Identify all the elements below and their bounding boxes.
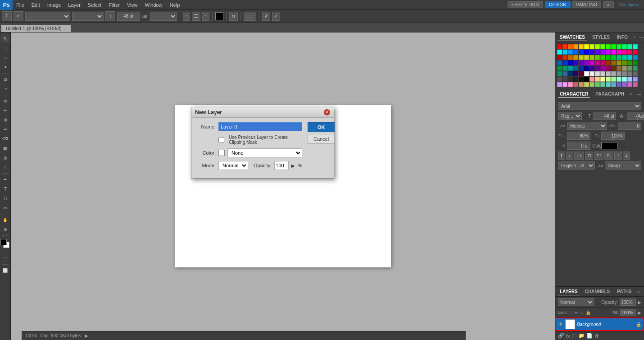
path-tool[interactable]: ⬡: [1, 194, 10, 203]
mode-select[interactable]: Normal: [218, 161, 248, 170]
swatch-#990099[interactable]: [600, 66, 605, 71]
swatch-#00ff33[interactable]: [617, 44, 621, 49]
swatch-#669900[interactable]: [622, 60, 627, 65]
swatch-#cccc33[interactable]: [584, 55, 589, 60]
align-center-btn[interactable]: ☰: [192, 12, 200, 21]
swatch-#3300ff[interactable]: [590, 50, 594, 55]
swatch-#99ff99[interactable]: [611, 77, 616, 82]
move-tool[interactable]: ↖: [1, 34, 10, 43]
layer-background[interactable]: 👁 Background 🔒: [555, 317, 644, 331]
subscript-btn[interactable]: T₋: [604, 152, 614, 160]
char-expand-icon[interactable]: »: [630, 92, 632, 96]
text-color-box[interactable]: [215, 12, 223, 20]
type-tool[interactable]: T: [1, 184, 10, 193]
swatch-#993300[interactable]: [606, 60, 611, 65]
blur-tool[interactable]: ◎: [1, 153, 10, 162]
screen-mode-btn[interactable]: ⬜: [1, 266, 10, 275]
add-mask-btn[interactable]: ⬚: [572, 333, 576, 339]
swatch-#ff0066[interactable]: [627, 50, 632, 55]
dialog-close-btn[interactable]: ✕: [324, 109, 330, 115]
swatch-#009966[interactable]: [557, 71, 562, 76]
cancel-type-btn[interactable]: ✗: [262, 12, 270, 21]
styles-tab[interactable]: STYLES: [590, 34, 612, 41]
menu-help[interactable]: Help: [166, 0, 184, 9]
swatch-#222222[interactable]: [573, 77, 578, 82]
menu-file[interactable]: File: [13, 0, 28, 9]
swatch-#cc66cc[interactable]: [627, 82, 632, 87]
swatch-#ffffff[interactable]: [584, 71, 589, 76]
lasso-tool[interactable]: ⌓: [1, 53, 10, 62]
swatch-#000000[interactable]: [584, 77, 589, 82]
swatch-#0033ff[interactable]: [579, 50, 584, 55]
font-size-input[interactable]: [117, 12, 140, 21]
menu-view[interactable]: View: [123, 0, 141, 9]
swatch-#cc0066[interactable]: [600, 60, 605, 65]
swatch-#cc00ff[interactable]: [606, 50, 611, 55]
link-layers-btn[interactable]: 🔗: [558, 333, 564, 339]
character-tab[interactable]: CHARACTER: [558, 91, 590, 98]
history-tool[interactable]: ↩: [1, 125, 10, 134]
small-caps-btn[interactable]: Tt: [585, 152, 593, 160]
swatch-#cccccc[interactable]: [600, 71, 605, 76]
layer-name-input[interactable]: [218, 122, 302, 131]
toggle-3d-btn[interactable]: ⬚⬚: [244, 12, 256, 21]
superscript-btn[interactable]: T⁺: [594, 152, 603, 160]
char-antialias[interactable]: Sharp: [605, 161, 642, 170]
zoom-tool[interactable]: ⊕: [1, 225, 10, 234]
add-style-btn[interactable]: fx: [566, 333, 570, 339]
swatch-#00ffcc[interactable]: [633, 44, 638, 49]
swatch-#0099ff[interactable]: [568, 50, 573, 55]
lock-position-icon[interactable]: ↔: [580, 310, 584, 315]
swatch-#330066[interactable]: [573, 71, 578, 76]
swatch-#660033[interactable]: [579, 71, 584, 76]
underline-btn[interactable]: T: [614, 152, 621, 160]
char-hscale[interactable]: [567, 132, 590, 140]
swatch-#cc3300[interactable]: [562, 55, 567, 60]
swatch-#0033cc[interactable]: [562, 60, 567, 65]
shape-tool[interactable]: ▭: [1, 203, 10, 212]
confirm-type-btn[interactable]: ✓: [272, 12, 280, 21]
new-group-btn[interactable]: 📁: [578, 333, 585, 339]
swatch-#ff6600[interactable]: [568, 44, 573, 49]
channels-tab[interactable]: CHANNELS: [583, 288, 612, 295]
swatch-#009900[interactable]: [633, 60, 638, 65]
swatch-#ff99cc[interactable]: [568, 82, 573, 87]
swatch-#00cc66[interactable]: [617, 55, 621, 60]
more-workspaces-btn[interactable]: »: [603, 1, 614, 8]
cancel-button[interactable]: Cancel: [308, 134, 335, 144]
menu-layer[interactable]: Layer: [64, 0, 84, 9]
swatch-#ff99ff[interactable]: [562, 82, 567, 87]
swatch-#6600cc[interactable]: [579, 60, 584, 65]
swatch-#00ff00[interactable]: [611, 44, 616, 49]
swatch-#ffcc99[interactable]: [595, 77, 600, 82]
cs-live-btn[interactable]: CS Live »: [616, 2, 642, 8]
swatch-#006699[interactable]: [573, 66, 578, 71]
info-tab[interactable]: INFO: [615, 34, 630, 41]
design-btn[interactable]: DESIGN: [545, 1, 570, 8]
swatch-#00cc99[interactable]: [622, 55, 627, 60]
crop-tool[interactable]: ⊡: [1, 75, 10, 84]
pen-tool[interactable]: ✒: [1, 175, 10, 184]
swatch-#339900[interactable]: [627, 60, 632, 65]
swatch-#999900[interactable]: [617, 60, 621, 65]
swatch-#cc9966[interactable]: [579, 82, 584, 87]
opacity-input[interactable]: [274, 161, 289, 170]
swatch-#009966[interactable]: [562, 66, 567, 71]
eraser-tool[interactable]: ⌫: [1, 134, 10, 143]
swatch-#999966[interactable]: [622, 66, 627, 71]
bold-btn[interactable]: T: [558, 152, 565, 160]
swatch-#dddddd[interactable]: [595, 71, 600, 76]
swatch-#0000cc[interactable]: [568, 60, 573, 65]
swatch-#66aacc[interactable]: [611, 82, 616, 87]
swatch-#003399[interactable]: [579, 66, 584, 71]
fill-input[interactable]: [620, 309, 636, 316]
swatch-#555555[interactable]: [557, 77, 562, 82]
swatch-#00cccc[interactable]: [627, 55, 632, 60]
swatch-#ff0000[interactable]: [557, 44, 562, 49]
hand-tool[interactable]: ✋: [1, 216, 10, 225]
menu-image[interactable]: Image: [44, 0, 65, 9]
swatch-#cc6600[interactable]: [568, 55, 573, 60]
caps-btn[interactable]: TT: [574, 152, 584, 160]
align-left-btn[interactable]: ≡: [183, 12, 190, 21]
swatch-#99ccff[interactable]: [627, 77, 632, 82]
